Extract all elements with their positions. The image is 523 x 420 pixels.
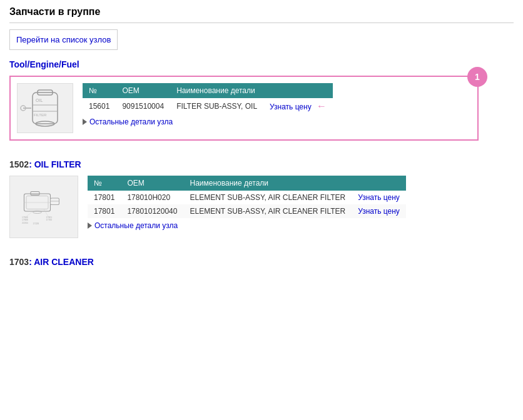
cell-price: Узнать цену ← xyxy=(263,98,333,114)
triangle-icon xyxy=(83,119,87,125)
svg-text:17801: 17801 xyxy=(46,216,53,219)
svg-text:17700: 17700 xyxy=(46,219,53,221)
nav-box: Перейти на список узлов xyxy=(9,29,118,50)
badge-circle: 1 xyxy=(467,67,487,87)
section-title-tool: Tool/Engine/Fuel xyxy=(9,59,514,69)
table-wrapper-2: № OEM Наименование детали 17801 178010H0… xyxy=(88,176,479,230)
cell-oem: 9091510004 xyxy=(116,98,170,114)
cell-num: 17801 xyxy=(88,204,121,218)
svg-rect-0 xyxy=(33,92,58,124)
parts-table-1: № OEM Наименование детали 15601 90915100… xyxy=(83,83,333,114)
footer-section-number: 1703 xyxy=(9,257,29,267)
price-link[interactable]: Узнать цену xyxy=(270,102,312,111)
col-header-price-2 xyxy=(352,176,406,191)
group-section-air-cleaner: 1703: AIR CLEANER xyxy=(9,257,514,267)
cell-oem: 178010H020 xyxy=(121,191,183,204)
cell-part-name: ELEMENT SUB-ASSY, AIR CLEANER FILTER xyxy=(183,191,352,204)
more-parts-link-2[interactable]: Остальные детали узла xyxy=(94,221,178,230)
svg-rect-12 xyxy=(31,192,39,196)
part-image-oil-filter: OIL FILTER xyxy=(17,83,73,133)
col-header-oem: OEM xyxy=(116,83,170,98)
table-wrapper-1: № OEM Наименование детали 15601 90915100… xyxy=(83,83,471,126)
more-parts-row-2: Остальные детали узла xyxy=(88,221,479,230)
svg-text:17228: 17228 xyxy=(33,222,39,225)
parts-table-2: № OEM Наименование детали 17801 178010H0… xyxy=(88,176,406,218)
section-number: 1502 xyxy=(9,159,29,169)
cell-part-name: ELEMENT SUB-ASSY, AIR CLEANER FILTER xyxy=(183,204,352,218)
group-section-oil-filter: 1502: OIL FILTER 17846 17888 22204 17801… xyxy=(9,159,514,238)
section-link-oil-filter[interactable]: 1502: OIL FILTER xyxy=(9,159,81,169)
cell-oem: 178010120040 xyxy=(121,204,183,218)
svg-line-23 xyxy=(44,209,48,217)
table-row: 17801 178010120040 ELEMENT SUB-ASSY, AIR… xyxy=(88,204,406,218)
cell-num: 17801 xyxy=(88,191,121,204)
col-header-price xyxy=(263,83,333,98)
triangle-icon-2 xyxy=(88,222,92,229)
nav-link[interactable]: Перейти на список узлов xyxy=(16,35,111,44)
group-section-tool-engine-fuel: Tool/Engine/Fuel 1 OIL FILTER xyxy=(9,59,514,141)
title-divider xyxy=(9,22,514,23)
highlighted-box: 1 OIL FILTER № O xyxy=(9,76,479,141)
col-header-num: № xyxy=(83,83,116,98)
cell-price: Узнать цену xyxy=(352,204,406,218)
svg-text:17888: 17888 xyxy=(22,219,28,221)
cell-num: 15601 xyxy=(83,98,116,114)
page-title: Запчасти в группе xyxy=(9,6,514,18)
price-link-2b[interactable]: Узнать цену xyxy=(358,207,400,216)
svg-line-22 xyxy=(26,211,33,216)
section-link-air-cleaner[interactable]: 1703: AIR CLEANER xyxy=(9,257,94,267)
col-header-oem-2: OEM xyxy=(121,176,183,191)
svg-text:22204: 22204 xyxy=(22,222,28,224)
more-parts-link[interactable]: Остальные детали узла xyxy=(89,118,173,126)
cell-part-name: FILTER SUB-ASSY, OIL xyxy=(170,98,263,114)
footer-section-name: AIR CLEANER xyxy=(34,257,94,267)
arrow-icon: ← xyxy=(317,101,327,112)
section-name: OIL FILTER xyxy=(34,159,81,169)
cell-price: Узнать цену xyxy=(352,191,406,204)
part-image-air-cleaner: 17846 17888 22204 17801 17700 17228 xyxy=(9,176,78,238)
table-row: 17801 178010H020 ELEMENT SUB-ASSY, AIR C… xyxy=(88,191,406,204)
table-row: 15601 9091510004 FILTER SUB-ASSY, OIL Уз… xyxy=(83,98,333,114)
svg-text:FILTER: FILTER xyxy=(34,113,47,117)
more-parts-row: Остальные детали узла xyxy=(83,118,471,126)
svg-text:OIL: OIL xyxy=(36,98,43,102)
col-header-name: Наименование детали xyxy=(170,83,263,98)
col-header-name-2: Наименование детали xyxy=(183,176,352,191)
non-highlighted-box: 17846 17888 22204 17801 17700 17228 № OE… xyxy=(9,176,479,238)
price-link-2a[interactable]: Узнать цену xyxy=(358,193,400,202)
svg-text:17846: 17846 xyxy=(22,216,28,219)
col-header-num-2: № xyxy=(88,176,121,191)
